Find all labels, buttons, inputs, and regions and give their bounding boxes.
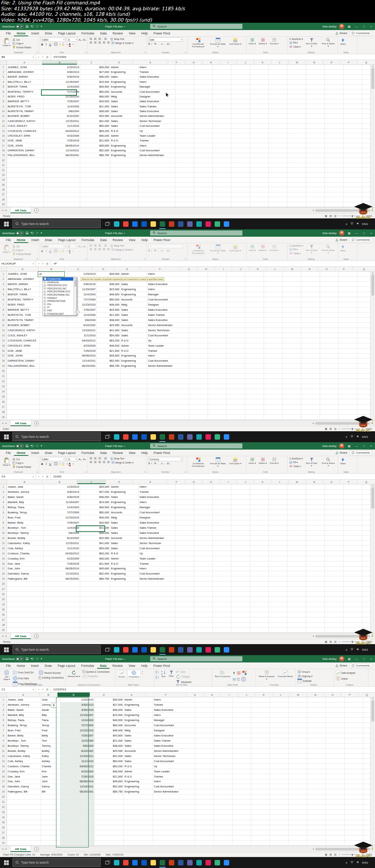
number-format-select[interactable]: Currency▾ — [148, 457, 183, 461]
grid-cell[interactable] — [307, 733, 326, 738]
grid-cell[interactable] — [227, 369, 245, 374]
grid-cell[interactable] — [245, 277, 264, 282]
grid-cell[interactable] — [213, 148, 231, 153]
grid-cell[interactable] — [344, 505, 362, 510]
grid-cell[interactable] — [124, 830, 153, 835]
grid-cell[interactable] — [325, 597, 344, 602]
grid-cell[interactable] — [264, 302, 283, 307]
function-list-item[interactable]: fxPHI — [43, 303, 73, 306]
grid-cell[interactable]: Accounts — [110, 89, 139, 94]
underline-button[interactable]: U — [49, 43, 52, 46]
grid-cell[interactable] — [289, 794, 307, 799]
grid-cell[interactable] — [153, 830, 195, 835]
flash-fill-icon[interactable] — [233, 671, 235, 675]
grid-cell[interactable]: Intern — [147, 354, 189, 359]
grid-cell[interactable] — [44, 173, 80, 177]
grid-cell[interactable] — [306, 119, 325, 123]
grid-cell[interactable]: Sales — [124, 738, 153, 743]
grid-cell[interactable]: BAKER, SARAH — [7, 282, 40, 287]
grid-cell[interactable] — [325, 85, 344, 89]
grid-cell[interactable]: 7/27/2009 — [60, 723, 94, 728]
grid-cell[interactable] — [213, 561, 231, 566]
grid-cell[interactable]: $41,000 — [94, 754, 124, 759]
cut-button[interactable]: Cut — [12, 458, 31, 461]
grid-cell[interactable] — [251, 835, 270, 841]
grid-cell[interactable] — [287, 153, 306, 158]
grid-cell[interactable] — [110, 197, 139, 202]
grid-cell[interactable]: 12/4/2003 — [44, 85, 80, 89]
grid-cell[interactable] — [250, 597, 269, 602]
grid-cell[interactable] — [287, 133, 306, 138]
grid-cell[interactable]: Engineering — [124, 713, 153, 718]
grid-cell[interactable] — [231, 119, 250, 123]
grid-cell[interactable] — [264, 384, 283, 389]
grid-cell[interactable] — [120, 374, 147, 379]
grid-cell[interactable] — [339, 343, 357, 348]
grid-cell[interactable] — [326, 718, 345, 723]
grid-cell[interactable] — [245, 313, 264, 318]
grid-cell[interactable] — [269, 104, 287, 109]
taskbar-app-icon[interactable] — [149, 857, 158, 868]
grid-cell[interactable] — [227, 389, 245, 394]
italic-button[interactable]: I — [45, 462, 48, 466]
comma-format-icon[interactable]: , — [158, 462, 159, 465]
grid-cell[interactable]: Engineering — [120, 292, 147, 297]
grid-cell[interactable] — [208, 323, 227, 328]
grid-cell[interactable] — [264, 379, 283, 384]
grid-cell[interactable] — [231, 607, 250, 612]
grid-cell[interactable] — [245, 369, 264, 374]
grid-cell[interactable] — [7, 405, 40, 410]
grid-cell[interactable] — [307, 805, 326, 810]
grid-cell[interactable]: Sales — [124, 743, 153, 749]
row-header[interactable]: 24 — [0, 815, 7, 820]
grid-cell[interactable] — [175, 484, 194, 490]
grid-cell[interactable] — [289, 789, 307, 794]
grid-cell[interactable] — [269, 89, 287, 94]
grid-cell[interactable] — [233, 702, 251, 708]
grid-cell[interactable] — [110, 187, 139, 192]
grid-cell[interactable]: Intern — [139, 484, 175, 490]
grid-cell[interactable] — [194, 158, 213, 163]
grid-cell[interactable] — [153, 799, 195, 805]
grid-cell[interactable] — [213, 124, 231, 129]
grid-cell[interactable] — [306, 541, 325, 546]
grid-cell[interactable]: Engineering — [110, 505, 139, 510]
grid-cell[interactable] — [208, 328, 227, 333]
grid-cell[interactable] — [345, 830, 363, 835]
tab-help[interactable]: Help — [138, 30, 151, 36]
grid-cell[interactable] — [325, 484, 344, 490]
grid-cell[interactable] — [245, 343, 264, 348]
grid-cell[interactable]: Cost Accountant — [139, 546, 175, 551]
row-header[interactable]: 12 — [0, 119, 7, 123]
grid-cell[interactable]: Engineering — [120, 363, 147, 369]
grid-cell[interactable]: Sales — [124, 759, 153, 764]
group-button[interactable]: Group ▾ — [297, 670, 312, 673]
grid-cell[interactable] — [44, 592, 80, 597]
dialog-launcher-icon[interactable] — [185, 258, 187, 260]
grid-cell[interactable] — [344, 109, 362, 114]
grid-cell[interactable] — [120, 379, 147, 384]
row-header[interactable]: 25 — [0, 607, 7, 612]
column-header[interactable]: G — [185, 60, 203, 64]
grid-cell[interactable] — [325, 124, 344, 129]
grid-cell[interactable] — [7, 841, 41, 846]
grid-cell[interactable] — [344, 597, 362, 602]
column-header[interactable]: L — [271, 60, 289, 64]
grid-cell[interactable]: CASCIEWICZ, KATHY — [7, 328, 40, 333]
grid-cell[interactable] — [344, 510, 362, 515]
grid-cell[interactable] — [283, 287, 301, 292]
column-header[interactable]: O — [323, 480, 340, 484]
grid-cell[interactable] — [325, 143, 344, 148]
grid-cell[interactable] — [339, 277, 357, 282]
grid-cell[interactable] — [208, 313, 227, 318]
grid-cell[interactable] — [325, 153, 344, 158]
sort-filter-button[interactable]: Sort & Filter ▾ — [304, 37, 319, 48]
grid-cell[interactable] — [289, 815, 307, 820]
font-name-select[interactable]: Calibri▾ — [41, 457, 66, 461]
sheet-nav-left-icon[interactable]: ◄ — [1, 635, 4, 637]
grid-cell[interactable]: BOER, FRED — [7, 94, 44, 99]
grid-cell[interactable] — [214, 794, 233, 799]
grid-cell[interactable] — [7, 369, 40, 374]
font-color-icon[interactable]: A — [69, 43, 71, 46]
grid-cell[interactable] — [245, 333, 264, 338]
